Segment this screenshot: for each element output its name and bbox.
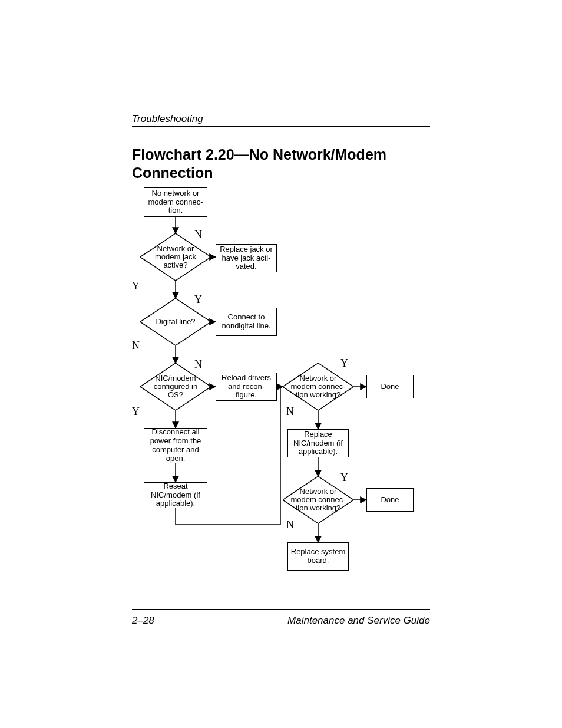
- footer-page-number: 2–28: [132, 615, 154, 627]
- document-page: Troubleshooting Flowchart 2.20—No Networ…: [0, 0, 562, 728]
- header-rule: [132, 126, 430, 127]
- flowchart: No network or modem connec-tion. Network…: [132, 187, 430, 594]
- running-head: Troubleshooting: [132, 113, 203, 125]
- page-title: Flowchart 2.20—No Network/Modem Connecti…: [132, 146, 438, 183]
- flow-connectors: [132, 187, 430, 594]
- footer-guide-name: Maintenance and Service Guide: [287, 615, 430, 627]
- footer-rule: [132, 609, 430, 610]
